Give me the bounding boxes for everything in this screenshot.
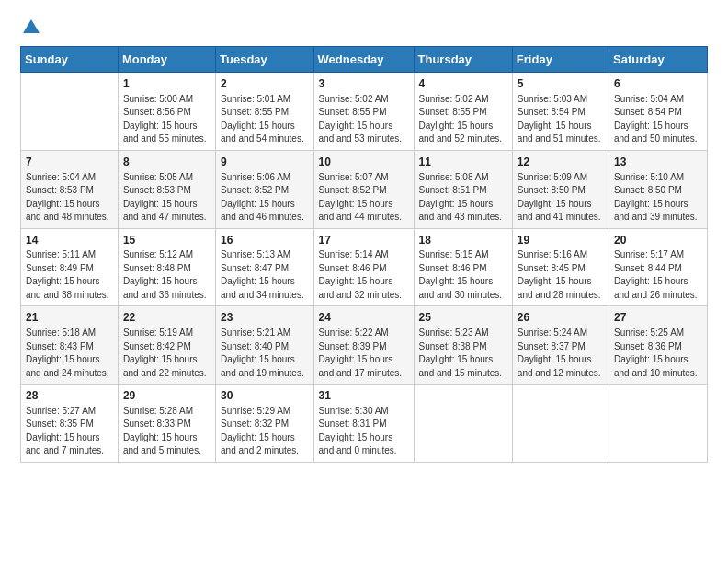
calendar-week-row: 7Sunrise: 5:04 AMSunset: 8:53 PMDaylight… bbox=[21, 150, 708, 228]
day-number: 2 bbox=[221, 76, 308, 92]
calendar-table: SundayMondayTuesdayWednesdayThursdayFrid… bbox=[20, 46, 708, 463]
weekday-header-row: SundayMondayTuesdayWednesdayThursdayFrid… bbox=[21, 47, 708, 73]
day-number: 25 bbox=[419, 310, 507, 326]
day-info: Sunrise: 5:24 AMSunset: 8:37 PMDaylight:… bbox=[518, 327, 604, 380]
calendar-week-row: 21Sunrise: 5:18 AMSunset: 8:43 PMDayligh… bbox=[21, 306, 708, 385]
logo-icon bbox=[21, 17, 41, 37]
calendar-cell: 11Sunrise: 5:08 AMSunset: 8:51 PMDayligh… bbox=[414, 150, 512, 228]
calendar-cell: 5Sunrise: 5:03 AMSunset: 8:54 PMDaylight… bbox=[512, 73, 609, 151]
calendar-cell: 17Sunrise: 5:14 AMSunset: 8:46 PMDayligh… bbox=[313, 228, 414, 306]
day-info: Sunrise: 5:18 AMSunset: 8:43 PMDaylight:… bbox=[26, 327, 113, 380]
day-number: 6 bbox=[614, 76, 702, 92]
day-info: Sunrise: 5:02 AMSunset: 8:55 PMDaylight:… bbox=[319, 93, 409, 146]
calendar-cell: 29Sunrise: 5:28 AMSunset: 8:33 PMDayligh… bbox=[118, 385, 215, 463]
calendar-cell: 25Sunrise: 5:23 AMSunset: 8:38 PMDayligh… bbox=[414, 306, 512, 385]
day-info: Sunrise: 5:09 AMSunset: 8:50 PMDaylight:… bbox=[518, 171, 604, 224]
day-number: 23 bbox=[221, 310, 308, 326]
weekday-header-friday: Friday bbox=[512, 47, 609, 73]
day-info: Sunrise: 5:04 AMSunset: 8:54 PMDaylight:… bbox=[614, 93, 702, 146]
day-info: Sunrise: 5:00 AMSunset: 8:56 PMDaylight:… bbox=[123, 93, 210, 146]
calendar-cell: 14Sunrise: 5:11 AMSunset: 8:49 PMDayligh… bbox=[21, 228, 119, 306]
calendar-cell: 1Sunrise: 5:00 AMSunset: 8:56 PMDaylight… bbox=[118, 73, 215, 151]
page: SundayMondayTuesdayWednesdayThursdayFrid… bbox=[0, 0, 728, 479]
day-number: 8 bbox=[123, 155, 210, 170]
day-info: Sunrise: 5:11 AMSunset: 8:49 PMDaylight:… bbox=[26, 248, 113, 302]
day-number: 12 bbox=[518, 155, 604, 170]
day-info: Sunrise: 5:19 AMSunset: 8:42 PMDaylight:… bbox=[123, 327, 210, 380]
day-info: Sunrise: 5:07 AMSunset: 8:52 PMDaylight:… bbox=[319, 171, 409, 224]
day-info: Sunrise: 5:13 AMSunset: 8:47 PMDaylight:… bbox=[221, 248, 308, 302]
weekday-header-thursday: Thursday bbox=[414, 47, 512, 73]
calendar-cell: 7Sunrise: 5:04 AMSunset: 8:53 PMDaylight… bbox=[21, 150, 119, 228]
calendar-cell: 12Sunrise: 5:09 AMSunset: 8:50 PMDayligh… bbox=[512, 150, 609, 228]
calendar-cell: 9Sunrise: 5:06 AMSunset: 8:52 PMDaylight… bbox=[216, 150, 313, 228]
day-info: Sunrise: 5:27 AMSunset: 8:35 PMDaylight:… bbox=[26, 405, 113, 458]
day-info: Sunrise: 5:10 AMSunset: 8:50 PMDaylight:… bbox=[614, 171, 702, 224]
weekday-header-saturday: Saturday bbox=[609, 47, 707, 73]
calendar-cell: 2Sunrise: 5:01 AMSunset: 8:55 PMDaylight… bbox=[216, 73, 313, 151]
calendar-cell: 24Sunrise: 5:22 AMSunset: 8:39 PMDayligh… bbox=[313, 306, 414, 385]
calendar-cell: 3Sunrise: 5:02 AMSunset: 8:55 PMDaylight… bbox=[313, 73, 414, 151]
calendar-cell: 26Sunrise: 5:24 AMSunset: 8:37 PMDayligh… bbox=[512, 306, 609, 385]
weekday-header-monday: Monday bbox=[118, 47, 215, 73]
calendar-cell: 20Sunrise: 5:17 AMSunset: 8:44 PMDayligh… bbox=[609, 228, 707, 306]
day-info: Sunrise: 5:15 AMSunset: 8:46 PMDaylight:… bbox=[419, 248, 507, 302]
day-number: 17 bbox=[319, 233, 409, 248]
calendar-cell: 27Sunrise: 5:25 AMSunset: 8:36 PMDayligh… bbox=[609, 306, 707, 385]
day-info: Sunrise: 5:04 AMSunset: 8:53 PMDaylight:… bbox=[26, 171, 113, 224]
day-number: 22 bbox=[123, 310, 210, 326]
day-number: 3 bbox=[319, 76, 409, 92]
day-info: Sunrise: 5:23 AMSunset: 8:38 PMDaylight:… bbox=[419, 327, 507, 380]
calendar-cell: 16Sunrise: 5:13 AMSunset: 8:47 PMDayligh… bbox=[216, 228, 313, 306]
day-info: Sunrise: 5:22 AMSunset: 8:39 PMDaylight:… bbox=[319, 327, 409, 380]
calendar-cell: 22Sunrise: 5:19 AMSunset: 8:42 PMDayligh… bbox=[118, 306, 215, 385]
calendar-cell bbox=[21, 73, 119, 151]
day-number: 26 bbox=[518, 310, 604, 326]
calendar-cell: 13Sunrise: 5:10 AMSunset: 8:50 PMDayligh… bbox=[609, 150, 707, 228]
day-info: Sunrise: 5:16 AMSunset: 8:45 PMDaylight:… bbox=[518, 248, 604, 302]
day-number: 14 bbox=[26, 233, 113, 248]
day-number: 11 bbox=[419, 155, 507, 170]
weekday-header-tuesday: Tuesday bbox=[216, 47, 313, 73]
weekday-header-wednesday: Wednesday bbox=[313, 47, 414, 73]
calendar-cell: 10Sunrise: 5:07 AMSunset: 8:52 PMDayligh… bbox=[313, 150, 414, 228]
calendar-week-row: 1Sunrise: 5:00 AMSunset: 8:56 PMDaylight… bbox=[21, 73, 708, 151]
calendar-cell: 28Sunrise: 5:27 AMSunset: 8:35 PMDayligh… bbox=[21, 385, 119, 463]
day-info: Sunrise: 5:02 AMSunset: 8:55 PMDaylight:… bbox=[419, 93, 507, 146]
day-number: 24 bbox=[319, 310, 409, 326]
day-number: 27 bbox=[614, 310, 702, 326]
calendar-cell: 15Sunrise: 5:12 AMSunset: 8:48 PMDayligh… bbox=[118, 228, 215, 306]
day-info: Sunrise: 5:28 AMSunset: 8:33 PMDaylight:… bbox=[123, 405, 210, 458]
weekday-header-sunday: Sunday bbox=[21, 47, 119, 73]
calendar-cell bbox=[414, 385, 512, 463]
calendar-cell: 6Sunrise: 5:04 AMSunset: 8:54 PMDaylight… bbox=[609, 73, 707, 151]
day-number: 10 bbox=[319, 155, 409, 170]
calendar-week-row: 14Sunrise: 5:11 AMSunset: 8:49 PMDayligh… bbox=[21, 228, 708, 306]
day-number: 5 bbox=[518, 76, 604, 92]
day-info: Sunrise: 5:30 AMSunset: 8:31 PMDaylight:… bbox=[319, 405, 409, 458]
logo bbox=[20, 17, 41, 37]
day-number: 31 bbox=[319, 388, 409, 404]
day-number: 21 bbox=[26, 310, 113, 326]
calendar-cell: 4Sunrise: 5:02 AMSunset: 8:55 PMDaylight… bbox=[414, 73, 512, 151]
svg-marker-0 bbox=[23, 19, 40, 33]
day-info: Sunrise: 5:06 AMSunset: 8:52 PMDaylight:… bbox=[221, 171, 308, 224]
calendar-cell bbox=[512, 385, 609, 463]
calendar-cell: 23Sunrise: 5:21 AMSunset: 8:40 PMDayligh… bbox=[216, 306, 313, 385]
day-info: Sunrise: 5:03 AMSunset: 8:54 PMDaylight:… bbox=[518, 93, 604, 146]
day-number: 9 bbox=[221, 155, 308, 170]
day-number: 15 bbox=[123, 233, 210, 248]
day-number: 7 bbox=[26, 155, 113, 170]
calendar-cell: 18Sunrise: 5:15 AMSunset: 8:46 PMDayligh… bbox=[414, 228, 512, 306]
day-number: 16 bbox=[221, 233, 308, 248]
day-info: Sunrise: 5:14 AMSunset: 8:46 PMDaylight:… bbox=[319, 248, 409, 302]
day-number: 30 bbox=[221, 388, 308, 404]
day-number: 13 bbox=[614, 155, 702, 170]
calendar-cell: 19Sunrise: 5:16 AMSunset: 8:45 PMDayligh… bbox=[512, 228, 609, 306]
day-number: 19 bbox=[518, 233, 604, 248]
calendar-cell: 8Sunrise: 5:05 AMSunset: 8:53 PMDaylight… bbox=[118, 150, 215, 228]
calendar-cell: 21Sunrise: 5:18 AMSunset: 8:43 PMDayligh… bbox=[21, 306, 119, 385]
day-number: 4 bbox=[419, 76, 507, 92]
calendar-cell: 30Sunrise: 5:29 AMSunset: 8:32 PMDayligh… bbox=[216, 385, 313, 463]
day-info: Sunrise: 5:17 AMSunset: 8:44 PMDaylight:… bbox=[614, 248, 702, 302]
